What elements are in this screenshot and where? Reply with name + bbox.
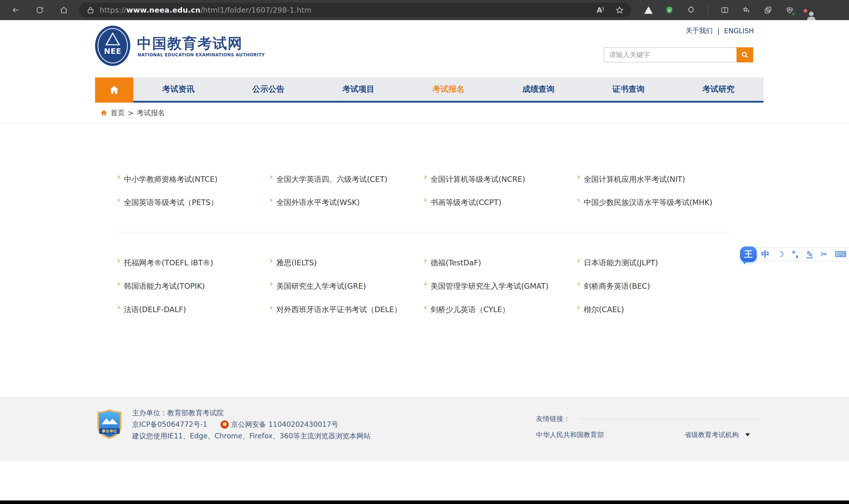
exam-link-cael[interactable]: ›楷尔(CAEL) [577,298,763,321]
keyboard-icon[interactable]: ⌨ [835,250,847,258]
exam-link-mhk[interactable]: ›中国少数民族汉语水平等级考试(MHK) [577,191,763,214]
adblock-shield-icon[interactable] [664,5,674,15]
footer-registration-line: 京ICP备05064772号-1 京公网安备 11040202430017号 [132,419,371,430]
exam-link-nit[interactable]: ›全国计算机应用水平考试(NIT) [577,168,763,191]
chevron-bullet-icon: › [117,196,120,204]
link-provincial-authorities[interactable]: 省级教育考试机构 [685,430,739,439]
split-screen-icon[interactable] [720,5,730,15]
exam-link-bec[interactable]: ›剑桥商务英语(BEC) [577,275,763,298]
breadcrumb-home-link[interactable]: 首页 [111,108,125,118]
chevron-bullet-icon: › [424,257,427,264]
chevron-bullet-icon: › [577,304,580,311]
dropdown-caret-icon[interactable] [745,433,750,436]
favorite-star-icon[interactable] [615,5,625,15]
home-icon [109,85,120,95]
exam-link-gre[interactable]: ›美国研究生入学考试(GRE) [270,275,424,298]
exam-link-wsk[interactable]: ›全国外语水平考试(WSK) [270,191,424,214]
address-bar[interactable]: https://www.neea.edu.cn/html1/folder/160… [79,3,631,17]
header-link-divider: | [717,27,720,35]
copy-tabs-icon[interactable] [763,5,773,15]
exam-link-cyle[interactable]: ›剑桥少儿英语（CYLE） [424,298,577,321]
link-moe[interactable]: 中华人民共和国教育部 [536,430,604,439]
collections-icon[interactable] [741,5,752,15]
exam-link-topik[interactable]: ›韩国语能力考试(TOPIK) [117,275,270,298]
nav-item-exam-news[interactable]: 考试资讯 [133,77,223,101]
ime-toolbar: 王 中 ☽ °, ✎ ✂ ⌨ [740,247,849,262]
exam-link-ccpt[interactable]: ›书画等级考试(CCPT) [424,191,577,214]
exam-registration-content: ›中小学教师资格考试(NTCE) ›全国大学英语四、六级考试(CET) ›全国计… [95,123,763,321]
ime-logo[interactable]: 王 [740,247,757,262]
exam-link-cet[interactable]: ›全国大学英语四、六级考试(CET) [270,168,424,191]
exam-link-gmat[interactable]: ›美国管理学研究生入学考试(GMAT) [424,275,577,298]
footer-browser-tip: 建议您使用IE11、Edge、Chrome、Firefox、360等主流浏览器浏… [132,430,371,442]
search-icon [741,51,749,59]
nav-item-announcements[interactable]: 公示公告 [223,77,313,101]
exam-link-toefl[interactable]: ›托福网考®(TOEFL iBT®) [117,251,270,275]
chinese-mode-icon[interactable]: 中 [761,250,769,258]
english-link[interactable]: ENGLISH [724,27,754,35]
url-text: https://www.neea.edu.cn/html1/folder/160… [100,6,311,14]
international-exam-list: ›托福网考®(TOEFL iBT®) ›雅思(IELTS) ›德福(TestDa… [95,251,763,321]
badge-label: 事业单位 [102,429,117,433]
browser-extension-icons [644,5,806,15]
refresh-icon[interactable] [35,5,45,15]
footer-organizer: 主办单位：教育部教育考试院 [132,407,371,419]
chevron-bullet-icon: › [117,257,120,264]
nav-item-exam-projects[interactable]: 考试项目 [313,77,403,101]
nav-item-score-query[interactable]: 成绩查询 [493,77,583,101]
chevron-bullet-icon: › [117,304,120,311]
site-title[interactable]: 中国教育考试网 [137,34,243,53]
emblem-monogram: NEE [104,47,121,56]
exam-link-testdaf[interactable]: ›德福(TestDaF) [424,251,577,275]
extensions-gear-icon[interactable] [686,5,696,15]
friend-links-header: 友情链接： [536,414,760,423]
screenshot-scissors-icon[interactable]: ✂ [820,250,827,258]
essentials-status-dot [792,12,795,16]
domestic-exam-list: ›中小学教师资格考试(NTCE) ›全国大学英语四、六级考试(CET) ›全国计… [95,168,763,214]
chevron-bullet-icon: › [270,257,273,264]
search-input[interactable] [604,47,737,62]
extension-triangle-icon[interactable] [644,6,653,14]
friend-links-divider [580,418,760,419]
search-button[interactable] [737,47,753,62]
breadcrumb-separator: > [128,109,133,117]
neea-logo-emblem[interactable]: NEE [95,26,130,66]
institution-badge[interactable]: 事业单位 [96,409,123,440]
police-badge-icon [220,420,229,429]
chevron-bullet-icon: › [117,280,120,288]
exam-link-pets[interactable]: ›全国英语等级考试（PETS） [117,191,270,214]
half-full-width-moon-icon[interactable]: ☽ [777,250,784,258]
punctuation-icon[interactable]: °, [792,250,799,258]
footer-police[interactable]: 京公网安备 11040202430017号 [231,419,338,430]
back-icon[interactable] [11,5,21,15]
nav-item-exam-registration[interactable]: 考试报名 [403,77,493,101]
chevron-bullet-icon: › [577,196,580,204]
nav-item-exam-research[interactable]: 考试研究 [673,77,763,101]
read-aloud-icon[interactable]: A) [597,6,604,14]
breadcrumb-current: 考试报名 [137,108,165,118]
emblem-triangle-inner [107,34,118,44]
home-icon[interactable] [59,5,69,15]
exam-link-dele[interactable]: ›对外西班牙语水平证书考试（DELE） [270,298,424,321]
main-nav: 考试资讯 公示公告 考试项目 考试报名 成绩查询 证书查询 考试研究 [95,77,763,103]
nav-item-cert-query[interactable]: 证书查询 [583,77,673,101]
footer-info: 主办单位：教育部教育考试院 京ICP备05064772号-1 京公网安备 110… [132,407,371,442]
footer-icp[interactable]: 京ICP备05064772号-1 [132,419,207,430]
chevron-bullet-icon: › [577,173,580,181]
breadcrumb-row: 首页 > 考试报名 [0,105,849,123]
url-path: /html1/folder/1607/298-1.htm [200,6,311,14]
friend-links-label: 友情链接： [536,414,570,423]
exam-link-ncre[interactable]: ›全国计算机等级考试(NCRE) [424,168,577,191]
nav-home-button[interactable] [95,77,133,103]
lock-icon[interactable] [86,5,95,15]
about-us-link[interactable]: 关于我们 [686,26,713,35]
exam-link-delf-dalf[interactable]: ›法语(DELF-DALF) [117,298,270,321]
header-links: 关于我们 | ENGLISH [686,26,754,35]
chevron-bullet-icon: › [270,196,273,204]
exam-link-ntce[interactable]: ›中小学教师资格考试(NTCE) [117,168,270,191]
browser-essentials-icon[interactable] [784,5,795,15]
exam-link-jlpt[interactable]: ›日本语能力测试(JLPT) [577,251,763,275]
handwriting-pen-icon[interactable]: ✎ [806,250,813,258]
exam-link-ielts[interactable]: ›雅思(IELTS) [270,251,424,275]
exam-group-divider [116,232,729,232]
